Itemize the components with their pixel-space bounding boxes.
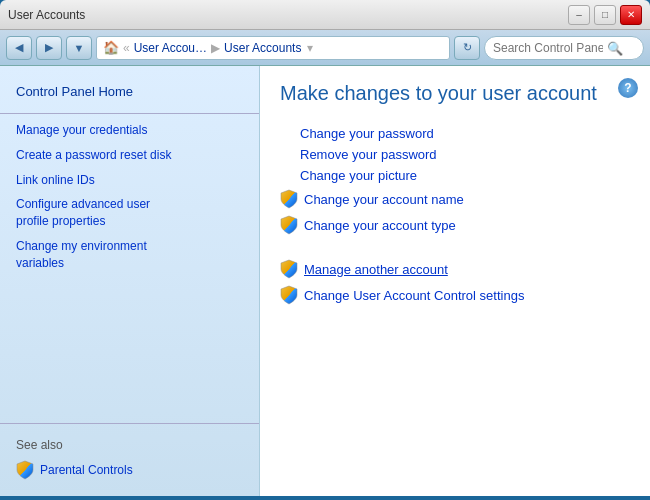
parental-controls-label: Parental Controls — [40, 463, 133, 477]
forward-button[interactable]: ▶ — [36, 36, 62, 60]
page-title: Make changes to your user account — [280, 82, 630, 105]
uac-settings-label: Change User Account Control settings — [304, 288, 524, 303]
link-manage-another-account[interactable]: Manage another account — [280, 256, 630, 282]
title-bar: User Accounts – □ ✕ — [0, 0, 650, 30]
sidebar-item-parental-controls[interactable]: Parental Controls — [0, 456, 259, 484]
sidebar-item-environment[interactable]: Change my environmentvariables — [0, 234, 259, 276]
section-gap — [280, 238, 630, 256]
sidebar-item-home[interactable]: Control Panel Home — [0, 78, 259, 109]
dropdown-button[interactable]: ▼ — [66, 36, 92, 60]
breadcrumb-part1: User Accou… — [134, 41, 207, 55]
link-uac-settings[interactable]: Change User Account Control settings — [280, 282, 630, 308]
breadcrumb-icon: 🏠 — [103, 40, 119, 55]
help-button[interactable]: ? — [618, 78, 638, 98]
link-remove-password[interactable]: Remove your password — [280, 144, 630, 165]
change-account-name-label: Change your account name — [304, 192, 464, 207]
link-change-account-name[interactable]: Change your account name — [280, 186, 630, 212]
breadcrumb-dropdown[interactable]: ▾ — [307, 41, 313, 55]
breadcrumb-arrow: ▶ — [211, 41, 220, 55]
search-input[interactable] — [493, 41, 603, 55]
sidebar: Control Panel Home Manage your credentia… — [0, 66, 260, 496]
see-also-label: See also — [0, 434, 259, 456]
shield-icon-account-type — [280, 215, 298, 235]
link-change-picture[interactable]: Change your picture — [280, 165, 630, 186]
content-area: ? Make changes to your user account Chan… — [260, 66, 650, 496]
sidebar-item-online-ids[interactable]: Link online IDs — [0, 168, 259, 193]
shield-icon-account-name — [280, 189, 298, 209]
window-controls: – □ ✕ — [568, 5, 642, 25]
window-title: User Accounts — [8, 8, 85, 22]
sidebar-item-reset-disk[interactable]: Create a password reset disk — [0, 143, 259, 168]
shield-icon-parental — [16, 460, 34, 480]
sidebar-item-credentials[interactable]: Manage your credentials — [0, 118, 259, 143]
minimize-button[interactable]: – — [568, 5, 590, 25]
manage-another-account-label: Manage another account — [304, 262, 448, 277]
back-button[interactable]: ◀ — [6, 36, 32, 60]
sidebar-item-advanced-profile[interactable]: Configure advanced userprofile propertie… — [0, 192, 259, 234]
main-window: Control Panel Home Manage your credentia… — [0, 66, 650, 496]
refresh-button[interactable]: ↻ — [454, 36, 480, 60]
maximize-button[interactable]: □ — [594, 5, 616, 25]
breadcrumb-sep1: « — [123, 41, 130, 55]
shield-icon-uac — [280, 285, 298, 305]
change-account-type-label: Change your account type — [304, 218, 456, 233]
breadcrumb-part2: User Accounts — [224, 41, 301, 55]
sidebar-see-also: See also Parental Controls — [0, 423, 259, 484]
link-change-account-type[interactable]: Change your account type — [280, 212, 630, 238]
address-bar: ◀ ▶ ▼ 🏠 « User Accou… ▶ User Accounts ▾ … — [0, 30, 650, 66]
search-icon: 🔍 — [607, 41, 621, 55]
sidebar-divider — [0, 113, 259, 114]
link-change-password[interactable]: Change your password — [280, 123, 630, 144]
search-box[interactable]: 🔍 — [484, 36, 644, 60]
breadcrumb[interactable]: 🏠 « User Accou… ▶ User Accounts ▾ — [96, 36, 450, 60]
close-button[interactable]: ✕ — [620, 5, 642, 25]
shield-icon-manage-account — [280, 259, 298, 279]
